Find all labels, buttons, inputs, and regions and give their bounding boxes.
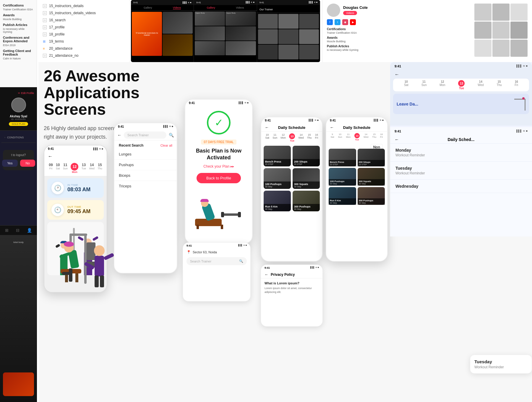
daily-text-wednesday[interactable]: Wednesday	[390, 180, 532, 193]
location-search-icon[interactable]: 🔍	[239, 259, 243, 263]
squats-name: 300 Squats	[294, 183, 318, 186]
daily-text-monday[interactable]: Monday Workout Reminder	[390, 144, 532, 162]
cal-day-15[interactable]: 15 Thu	[98, 163, 102, 174]
gallery-tab-2[interactable]: Gallery	[207, 6, 215, 9]
file-tree-item-8[interactable]: □ 21_attendance_no	[43, 52, 125, 59]
exlist-back[interactable]: ←	[330, 125, 334, 130]
exercise-300-pushups[interactable]: 300 Pushups 30 Step	[293, 191, 320, 211]
sched-cal-12[interactable]: 12Mon	[281, 133, 286, 142]
privacy-content: What is Lorem ipsum? Lorem ipsum dolor s…	[261, 278, 322, 297]
sched-cal-15[interactable]: 15Thu	[307, 133, 312, 142]
sched-cal-11[interactable]: 11Sun	[273, 133, 277, 142]
trainer-photo-1	[474, 4, 492, 21]
file-tree-item-3[interactable]: □ 16_search	[43, 17, 125, 24]
location-search-bar[interactable]: Search Trainer 🔍	[186, 257, 247, 265]
exercise-run-5km[interactable]: Run 5 Km 30 Step	[264, 191, 291, 211]
daily-text-tuesday[interactable]: Tuesday Workout Reminder	[390, 162, 532, 180]
schedule-text-back[interactable]: ←	[395, 137, 399, 142]
videos-tab-2[interactable]: Videos	[236, 6, 244, 9]
search-top-bar: ← Search Trainer 🔍	[114, 130, 177, 140]
feedback-title: Getting Client and Feedback	[3, 49, 34, 56]
exlist-card-4[interactable]: 300 Squats 30 Step	[358, 168, 385, 186]
checkin-status-icons: ▌▌▌ ≋ ■	[93, 147, 103, 150]
logout-text: t to logout?	[7, 153, 30, 157]
search-input-bar[interactable]: Search Trainer	[124, 132, 166, 139]
file-tree-item-5[interactable]: □ 18_profile	[43, 31, 125, 38]
file-tree-item-4[interactable]: □ 17_profile	[43, 24, 125, 31]
svg-rect-18	[95, 275, 99, 287]
cal-day-09[interactable]: 09 Fri	[49, 163, 53, 174]
leave-back[interactable]: ←	[390, 70, 532, 79]
gallery-cell-3	[163, 34, 193, 56]
exlist-card-6[interactable]: 300 Pushups 30 Step	[358, 187, 385, 205]
youtube-icon[interactable]: ▶	[350, 19, 356, 25]
phone-exercise-list: 9:41 ▌▌▌ ≋ ■ ← Daily Schedule 9Sat 10Sun…	[326, 117, 388, 262]
sched-cal-14[interactable]: 14Wed	[299, 133, 304, 142]
edit-profile-btn[interactable]: ✏ Edit Profile	[3, 92, 34, 95]
status-time-1: 9:41	[133, 1, 138, 4]
privacy-back-icon[interactable]: ←	[265, 272, 268, 277]
location-text: Sector 63, Noida	[193, 250, 217, 254]
twitter-icon[interactable]: t	[335, 19, 340, 25]
schedule-back-icon[interactable]: ←	[265, 125, 269, 130]
file-tree-item-6[interactable]: ⊞ 19_terms	[43, 38, 125, 45]
exlist-card-2[interactable]: 200 Situps 20 STEP	[358, 149, 385, 166]
videos-btn[interactable]: Videos	[343, 11, 357, 15]
run-detail: 30 Step	[265, 208, 289, 210]
expos-title: Conferences and Expos Attended	[3, 36, 34, 43]
cal-day-11[interactable]: 11 Sun	[63, 163, 68, 174]
exercise-200-situps[interactable]: 200 Situps 20 STEP	[293, 146, 320, 166]
no-button[interactable]: No	[20, 160, 35, 167]
nav-item-1[interactable]: › CONDITIONS	[1, 134, 35, 141]
gallery-cell-large: 5 functional exercises to master	[132, 12, 162, 56]
checkin-statusbar: 9:41 ▌▌▌ ≋ ■	[44, 145, 107, 152]
profile-icon-nav[interactable]: 👤	[27, 228, 32, 233]
cal-day-10[interactable]: 10 Sat	[56, 163, 60, 174]
search-item-1[interactable]: Lunges	[114, 149, 177, 160]
clock-icon-out: 🕙	[51, 204, 64, 216]
back-to-profile-btn[interactable]: Back to Profile	[197, 173, 241, 183]
search-status-icons: ▌▌▌ ≋ ■	[163, 125, 173, 128]
search-item-2[interactable]: Pushups	[114, 160, 177, 170]
trainer-cell-9	[299, 45, 319, 59]
privacy-answer: Lorem ipsum dolor sit amet, consectetur …	[265, 286, 319, 294]
fb-icon[interactable]: f	[327, 19, 333, 25]
exlist-card-3[interactable]: 100 Pushups 30 Step	[329, 168, 356, 186]
exercise-300-squats[interactable]: 300 Squats 30 Step	[293, 168, 320, 189]
home-icon[interactable]: ⊞	[5, 228, 9, 233]
plan-title: Basic Plan is Now Activated	[191, 147, 246, 161]
back-arrow-icon[interactable]: ←	[48, 154, 53, 159]
sched-cal-16[interactable]: 16Fri	[315, 133, 318, 142]
leave-back-icon[interactable]: ←	[395, 72, 399, 77]
file-tree-item-2[interactable]: □ 15_instructors_details_videos	[43, 9, 125, 17]
phone-location-search: 9:41 ▌▌▌ ≋ ■ 📍 Sector 63, Noida Search T…	[183, 242, 251, 302]
exlist-card-1[interactable]: Bench Press 20 STEP	[329, 149, 356, 166]
file-tree-item-7[interactable]: ≡ 20_attendance	[43, 45, 125, 52]
sched-cal-13-active[interactable]: 13 Tue	[289, 133, 295, 142]
yes-button[interactable]: Yes	[2, 160, 18, 167]
checkin-back[interactable]: ←	[44, 152, 107, 161]
trainer-award-item: Muscle Building	[327, 40, 468, 43]
sched-cal-10[interactable]: 10Sat	[265, 133, 270, 142]
clear-all-btn[interactable]: Clear all	[160, 144, 172, 147]
search-icon-nav[interactable]: ⊟	[16, 228, 20, 233]
cal-day-12-active[interactable]: 12 Mon	[71, 163, 78, 174]
search-item-3[interactable]: Biceps	[114, 170, 177, 181]
cal-day-14[interactable]: 14 Wed	[89, 163, 94, 174]
pushups-detail: 30 Step	[265, 186, 289, 188]
squats-detail: 30 Step	[294, 186, 318, 188]
exercise-100-pushups[interactable]: 100 Pushups 30 Step	[264, 168, 291, 189]
search-lens-icon[interactable]: 🔍	[169, 133, 174, 137]
videos-tab-label[interactable]: Videos	[173, 6, 181, 9]
gallery-tab-label[interactable]: Gallery	[144, 6, 152, 9]
search-back-icon[interactable]: ←	[117, 133, 121, 137]
search-item-4[interactable]: Triceps	[114, 181, 177, 191]
file-icon-active: ⊞	[43, 40, 47, 43]
instagram-icon[interactable]: ◉	[342, 19, 348, 25]
check-plan-link[interactable]: Check your Plan ▸▸	[185, 164, 252, 168]
file-tree-item-1[interactable]: □ 15_instructors_details	[43, 2, 125, 9]
cal-day-13[interactable]: 13 Tue	[82, 163, 86, 174]
exercise-bench-press[interactable]: Bench Press 20 STEP	[264, 146, 291, 166]
status-time-2: 9:41	[196, 1, 201, 4]
exlist-card-5[interactable]: Run 5 Km 30 Step	[329, 187, 356, 205]
